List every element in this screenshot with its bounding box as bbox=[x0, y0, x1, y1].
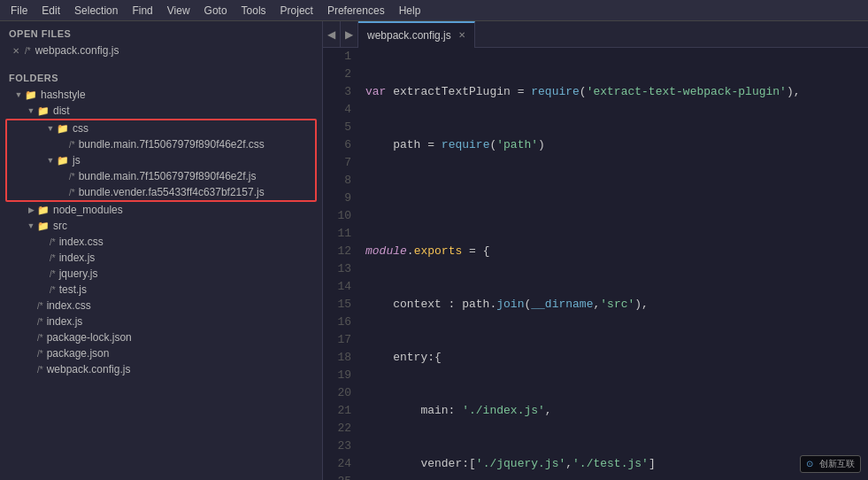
file-icon: /* bbox=[69, 172, 75, 182]
tree-label: jquery.js bbox=[59, 267, 98, 280]
main-layout: OPEN FILES ✕ /* webpack.config.js FOLDER… bbox=[0, 21, 868, 480]
editor-area: ◀ ▶ webpack.config.js ✕ 12345 678910 111… bbox=[323, 21, 868, 480]
tree-label: bundle.vender.fa55433ff4c637bf2157.js bbox=[79, 186, 265, 198]
menu-goto[interactable]: Goto bbox=[197, 3, 234, 19]
tree-label: dist bbox=[53, 105, 70, 117]
folder-icon: 📁 bbox=[37, 205, 50, 216]
tree-label: bundle.main.7f15067979f890f46e2f.js bbox=[79, 170, 257, 182]
menubar: File Edit Selection Find View Goto Tools… bbox=[0, 0, 868, 21]
watermark-icon: ⊙ bbox=[806, 459, 813, 468]
menu-selection[interactable]: Selection bbox=[67, 3, 125, 19]
open-files-label: OPEN FILES bbox=[0, 21, 322, 43]
tree-label: js bbox=[73, 154, 81, 166]
tree-file-index-js-src[interactable]: /* index.js bbox=[0, 250, 322, 266]
menu-find[interactable]: Find bbox=[125, 3, 159, 19]
tree-label: index.js bbox=[47, 315, 83, 328]
tab-nav-left[interactable]: ◀ bbox=[323, 21, 341, 48]
watermark-text: 创新互联 bbox=[819, 459, 855, 468]
tree-folder-js[interactable]: ▼ 📁 js bbox=[7, 152, 315, 168]
tree-file-bundle-vender-js[interactable]: /* bundle.vender.fa55433ff4c637bf2157.js bbox=[7, 184, 315, 200]
menu-help[interactable]: Help bbox=[392, 3, 428, 19]
tree-label: package.json bbox=[47, 347, 110, 360]
file-icon: /* bbox=[37, 317, 43, 327]
file-icon: /* bbox=[37, 365, 43, 375]
line-numbers: 12345 678910 1112131415 1617181920 21222… bbox=[323, 48, 358, 480]
folder-icon: 📁 bbox=[37, 105, 50, 117]
tab-webpack-config[interactable]: webpack.config.js ✕ bbox=[358, 21, 475, 48]
sidebar: OPEN FILES ✕ /* webpack.config.js FOLDER… bbox=[0, 21, 323, 480]
menu-preferences[interactable]: Preferences bbox=[320, 3, 392, 19]
close-icon[interactable]: ✕ bbox=[12, 46, 19, 56]
menu-project[interactable]: Project bbox=[273, 3, 320, 19]
arrow-down-icon: ▼ bbox=[12, 90, 25, 99]
file-icon: /* bbox=[25, 46, 31, 56]
selection-box: ▼ 📁 css /* bundle.main.7f15067979f890f46… bbox=[5, 119, 317, 202]
tree-file-jquery-js-src[interactable]: /* jquery.js bbox=[0, 266, 322, 282]
tree-folder-src[interactable]: ▼ 📁 src bbox=[0, 218, 322, 234]
tree-label: hashstyle bbox=[41, 89, 86, 101]
file-icon: /* bbox=[50, 269, 56, 279]
code-content: var extractTextPlugin = require('extract… bbox=[358, 48, 868, 480]
watermark: ⊙ 创新互联 bbox=[800, 455, 861, 473]
open-file-name: webpack.config.js bbox=[35, 44, 119, 57]
tree-file-webpack-config[interactable]: /* webpack.config.js bbox=[0, 361, 322, 377]
tree-label: package-lock.json bbox=[47, 331, 132, 344]
tab-filename: webpack.config.js bbox=[367, 29, 451, 42]
tree-file-index-css-src[interactable]: /* index.css bbox=[0, 234, 322, 250]
tree-label: css bbox=[73, 122, 88, 135]
arrow-down-icon: ▼ bbox=[44, 124, 57, 133]
tab-bar: ◀ ▶ webpack.config.js ✕ bbox=[323, 21, 868, 48]
tree-label: index.js bbox=[59, 252, 96, 264]
file-icon: /* bbox=[50, 285, 56, 295]
tree-label: test.js bbox=[59, 283, 87, 296]
tab-nav-right[interactable]: ▶ bbox=[341, 21, 358, 48]
menu-edit[interactable]: Edit bbox=[35, 3, 67, 19]
tab-close-icon[interactable]: ✕ bbox=[458, 30, 465, 40]
code-lines: 12345 678910 1112131415 1617181920 21222… bbox=[323, 48, 868, 480]
tree-file-bundle-css[interactable]: /* bundle.main.7f15067979f890f46e2f.css bbox=[7, 136, 315, 152]
menu-file[interactable]: File bbox=[4, 3, 35, 19]
file-icon: /* bbox=[37, 301, 43, 311]
tree-label: bundle.main.7f15067979f890f46e2f.css bbox=[79, 138, 265, 151]
menu-view[interactable]: View bbox=[160, 3, 197, 19]
tree-label: src bbox=[53, 220, 67, 232]
tree-label: node_modules bbox=[53, 204, 123, 216]
tree-folder-hashstyle[interactable]: ▼ 📁 hashstyle bbox=[0, 87, 322, 103]
tree-file-bundle-main-js[interactable]: /* bundle.main.7f15067979f890f46e2f.js bbox=[7, 168, 315, 184]
open-file-item[interactable]: ✕ /* webpack.config.js bbox=[0, 43, 322, 58]
tree-folder-css[interactable]: ▼ 📁 css bbox=[7, 120, 315, 136]
folder-icon: 📁 bbox=[25, 89, 37, 101]
arrow-down-icon: ▼ bbox=[44, 156, 57, 165]
sidebar-divider bbox=[0, 58, 322, 66]
file-icon: /* bbox=[69, 140, 75, 150]
tree-label: index.css bbox=[47, 299, 91, 312]
folder-icon: 📁 bbox=[57, 123, 69, 135]
tree-folder-node-modules[interactable]: ▶ 📁 node_modules bbox=[0, 202, 322, 218]
tree-label: index.css bbox=[59, 236, 104, 248]
file-icon: /* bbox=[37, 333, 43, 343]
file-icon: /* bbox=[69, 188, 75, 197]
tree-file-index-css-root[interactable]: /* index.css bbox=[0, 298, 322, 314]
code-editor[interactable]: 12345 678910 1112131415 1617181920 21222… bbox=[323, 48, 868, 480]
folders-label: FOLDERS bbox=[0, 66, 322, 87]
tree-file-index-js-root[interactable]: /* index.js bbox=[0, 314, 322, 329]
folder-icon: 📁 bbox=[57, 155, 69, 166]
arrow-down-icon: ▼ bbox=[25, 221, 37, 230]
tree-file-test-js-src[interactable]: /* test.js bbox=[0, 282, 322, 298]
file-icon: /* bbox=[50, 253, 56, 263]
tree-folder-dist[interactable]: ▼ 📁 dist bbox=[0, 103, 322, 119]
tree-file-package-lock[interactable]: /* package-lock.json bbox=[0, 329, 322, 345]
file-icon: /* bbox=[50, 237, 56, 247]
menu-tools[interactable]: Tools bbox=[234, 3, 273, 19]
tree-file-package-json[interactable]: /* package.json bbox=[0, 345, 322, 361]
tree-label: webpack.config.js bbox=[47, 363, 131, 375]
file-icon: /* bbox=[37, 349, 43, 359]
folder-icon: 📁 bbox=[37, 221, 50, 232]
arrow-down-icon: ▼ bbox=[25, 106, 37, 115]
arrow-right-icon: ▶ bbox=[25, 205, 37, 214]
